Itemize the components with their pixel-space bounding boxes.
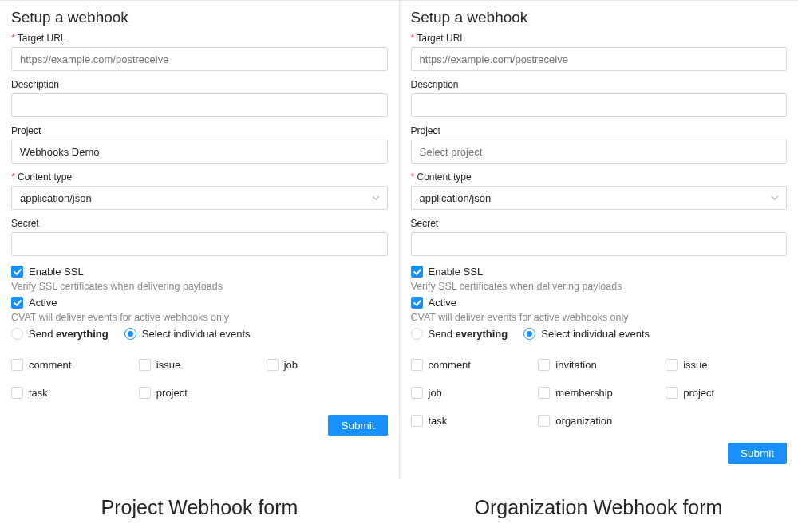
active-label: Active [429,297,456,309]
event-label: comment [429,359,471,371]
description-input[interactable] [411,93,788,117]
caption-right: Organization Webhook form [399,496,798,519]
events-grid-left: commentissuejobtaskproject [11,359,388,399]
radio-icon [523,328,535,340]
target-url-input[interactable] [11,47,388,71]
event-label: job [284,359,298,371]
content-type-value[interactable] [11,186,388,210]
target-url-label: Target URL [411,33,788,44]
radio-icon [11,328,23,340]
project-webhook-form: Setup a webhook Target URL Description P… [0,0,400,479]
page-title: Setup a webhook [411,9,788,26]
scope-individual-label: Select individual events [142,328,251,340]
checkbox-icon [411,359,423,371]
project-label: Project [411,125,788,136]
description-input[interactable] [11,93,388,117]
event-job-checkbox[interactable]: job [267,359,388,371]
submit-button[interactable]: Submit [728,443,787,464]
project-select-value[interactable] [11,140,388,164]
target-url-input[interactable] [411,47,788,71]
event-organization-checkbox[interactable]: organization [538,415,659,427]
checkbox-icon [139,359,151,371]
scope-everything-radio[interactable]: Send everything [11,326,109,341]
active-help: CVAT will deliver events for active webh… [411,312,788,323]
event-project-checkbox[interactable]: project [139,387,260,399]
content-type-select[interactable] [411,186,788,210]
secret-label: Secret [11,218,388,229]
event-label: membership [555,387,613,399]
event-label: comment [29,359,71,371]
checkbox-icon [538,415,550,427]
description-label: Description [411,79,788,90]
active-label: Active [29,297,57,309]
checkbox-icon [538,387,550,399]
event-label: issue [683,359,707,371]
ssl-help: Verify SSL certificates when delivering … [11,281,388,292]
event-label: invitation [555,359,596,371]
secret-input[interactable] [11,232,388,256]
event-job-checkbox[interactable]: job [411,387,532,399]
org-webhook-form: Setup a webhook Target URL Description P… [400,0,799,479]
enable-ssl-checkbox[interactable]: Enable SSL [11,264,388,279]
project-select[interactable] [11,140,388,164]
event-label: task [29,387,48,399]
event-issue-checkbox[interactable]: issue [139,359,260,371]
event-label: organization [555,415,612,427]
project-label: Project [11,125,388,136]
checkbox-icon [538,359,550,371]
scope-individual-label: Select individual events [541,328,650,340]
active-checkbox[interactable]: Active [411,295,788,310]
ssl-help: Verify SSL certificates when delivering … [411,281,788,292]
event-comment-checkbox[interactable]: comment [411,359,532,371]
event-label: project [156,387,188,399]
checkbox-icon [666,387,678,399]
checkbox-icon [411,387,423,399]
enable-ssl-checkbox[interactable]: Enable SSL [411,264,788,279]
checkbox-icon [11,387,23,399]
event-label: job [429,387,442,399]
target-url-label: Target URL [11,33,388,44]
project-select-value[interactable] [411,140,788,164]
project-select[interactable] [411,140,788,164]
scope-individual-radio[interactable]: Select individual events [523,326,650,341]
event-task-checkbox[interactable]: task [11,387,132,399]
radio-icon [124,328,136,340]
scope-everything-radio[interactable]: Send everything [411,326,508,341]
checkbox-icon [411,266,423,278]
checkbox-icon [11,297,23,309]
event-label: task [429,415,448,427]
enable-ssl-label: Enable SSL [29,266,84,278]
event-task-checkbox[interactable]: task [411,415,532,427]
content-type-label: Content type [411,171,788,183]
secret-label: Secret [411,218,788,229]
caption-left: Project Webhook form [0,496,399,519]
event-issue-checkbox[interactable]: issue [666,359,787,371]
event-comment-checkbox[interactable]: comment [11,359,132,371]
event-label: issue [156,359,180,371]
content-type-value[interactable] [411,186,788,210]
checkbox-icon [411,415,423,427]
secret-input[interactable] [411,232,788,256]
description-label: Description [11,79,388,90]
checkbox-icon [411,297,423,309]
checkbox-icon [139,387,151,399]
checkbox-icon [666,359,678,371]
active-help: CVAT will deliver events for active webh… [11,312,388,323]
active-checkbox[interactable]: Active [11,295,388,310]
page-title: Setup a webhook [11,9,388,26]
checkbox-icon [11,266,23,278]
event-membership-checkbox[interactable]: membership [538,387,659,399]
submit-button[interactable]: Submit [328,415,387,436]
scope-individual-radio[interactable]: Select individual events [124,326,251,341]
content-type-select[interactable] [11,186,388,210]
events-grid-right: commentinvitationissuejobmembershipproje… [411,359,788,427]
content-type-label: Content type [11,171,388,183]
checkbox-icon [267,359,279,371]
checkbox-icon [11,359,23,371]
event-invitation-checkbox[interactable]: invitation [538,359,659,371]
event-label: project [683,387,714,399]
enable-ssl-label: Enable SSL [429,266,484,278]
event-project-checkbox[interactable]: project [666,387,787,399]
radio-icon [411,328,423,340]
